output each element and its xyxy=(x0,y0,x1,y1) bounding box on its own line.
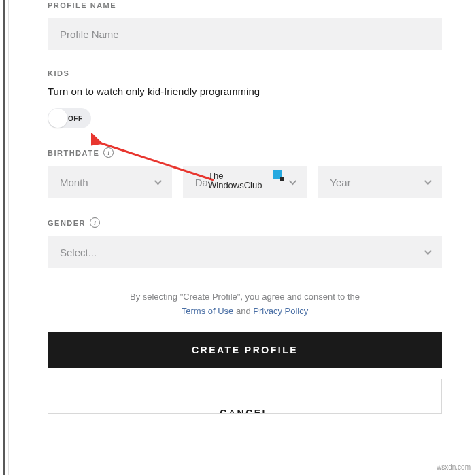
chevron-down-icon xyxy=(154,177,161,185)
chevron-down-icon xyxy=(289,177,296,185)
form-container: PROFILE NAME KIDS Turn on to watch only … xyxy=(0,0,476,414)
info-icon[interactable]: i xyxy=(90,217,100,228)
chevron-down-icon xyxy=(424,177,432,185)
birthdate-label: BIRTHDATE i xyxy=(48,147,442,158)
info-icon[interactable]: i xyxy=(103,147,114,158)
birthdate-section: BIRTHDATE i Month Day Year xyxy=(48,147,442,198)
gender-section: GENDER i Select... xyxy=(48,217,442,268)
privacy-link[interactable]: Privacy Policy xyxy=(253,306,308,316)
panel-border xyxy=(8,0,9,475)
terms-link[interactable]: Terms of Use xyxy=(182,306,234,316)
kids-toggle[interactable]: OFF xyxy=(48,108,91,128)
toggle-state-label: OFF xyxy=(68,115,83,122)
day-select[interactable]: Day xyxy=(183,166,307,198)
kids-section: KIDS Turn on to watch only kid-friendly … xyxy=(48,69,442,128)
profile-name-label: PROFILE NAME xyxy=(48,1,442,10)
year-select[interactable]: Year xyxy=(318,166,442,198)
gender-select-value: Select... xyxy=(60,247,97,258)
birthdate-label-text: BIRTHDATE xyxy=(48,149,99,157)
month-select[interactable]: Month xyxy=(48,166,172,198)
chevron-down-icon xyxy=(424,247,432,255)
cancel-button-label: CANCEL xyxy=(220,408,269,414)
gender-label-text: GENDER xyxy=(48,219,86,227)
profile-name-section: PROFILE NAME xyxy=(48,1,442,50)
disclaimer-prefix: By selecting "Create Profile", you agree… xyxy=(130,292,360,302)
birthdate-row: Month Day Year xyxy=(48,166,442,198)
toggle-knob xyxy=(48,109,67,128)
profile-name-input[interactable] xyxy=(48,18,442,50)
day-select-value: Day xyxy=(195,177,214,188)
month-select-value: Month xyxy=(60,177,88,188)
gender-label: GENDER i xyxy=(48,217,442,228)
year-select-value: Year xyxy=(330,177,350,188)
disclaimer-joiner: and xyxy=(233,306,253,316)
create-profile-button[interactable]: CREATE PROFILE xyxy=(48,332,442,368)
kids-label: KIDS xyxy=(48,69,442,77)
gender-select[interactable]: Select... xyxy=(48,236,442,268)
cancel-button[interactable]: CANCEL xyxy=(48,379,442,414)
disclaimer-text: By selecting "Create Profile", you agree… xyxy=(48,290,442,319)
kids-description: Turn on to watch only kid-friendly progr… xyxy=(48,86,442,97)
attribution-text: wsxdn.com xyxy=(437,463,471,471)
window-border xyxy=(3,0,5,475)
